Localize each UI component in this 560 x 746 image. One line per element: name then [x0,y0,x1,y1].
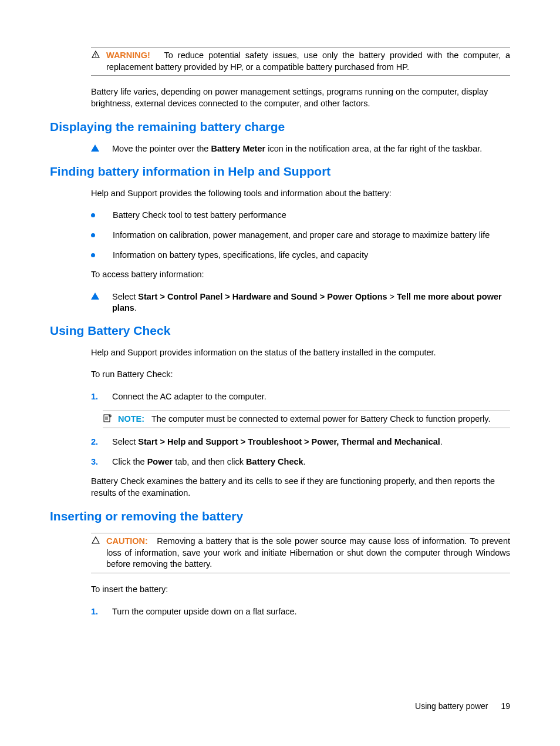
warning-icon [91,51,100,61]
caution-icon [91,536,100,546]
warning-callout: WARNING! To reduce potential safety issu… [91,47,510,76]
display-step-text: Move the pointer over the Battery Meter … [112,143,482,155]
heading-finding-info: Finding battery information in Help and … [50,164,510,179]
page-footer: Using battery power 19 [415,701,510,711]
caution-text: Removing a battery that is the sole powe… [106,536,510,569]
heading-using-check: Using Battery Check [50,324,510,338]
battery-check-steps: 1. Connect the AC adapter to the compute… [91,391,510,403]
step-1: 1. Connect the AC adapter to the compute… [91,391,510,403]
footer-section: Using battery power [415,701,488,711]
step-number: 3. [91,456,99,468]
step-triangle-icon [91,145,99,152]
heading-insert-remove: Inserting or removing the battery [50,509,510,523]
step-2: 2. Select Start > Help and Support > Tro… [91,436,510,448]
caution-label: CAUTION: [106,536,148,546]
note-callout: NOTE: The computer must be connected to … [103,411,510,428]
step-number: 2. [91,436,99,448]
bullet-icon [91,233,95,237]
insert-step-1: 1. Turn the computer upside down on a fl… [91,606,510,618]
note-text: The computer must be connected to extern… [151,414,491,424]
insert-steps: 1. Turn the computer upside down on a fl… [91,606,510,618]
using-intro: Help and Support provides information on… [91,347,510,359]
list-item: Information on battery types, specificat… [91,250,510,261]
page-number: 19 [501,701,510,711]
list-item: Information on calibration, power manage… [91,230,510,241]
bullet-icon [91,253,95,257]
step-triangle-icon [91,293,99,300]
finding-bullets: Battery Check tool to test battery perfo… [91,210,510,261]
battery-life-paragraph: Battery life varies, depending on power … [91,86,510,109]
step-number: 1. [91,606,99,618]
access-info: To access battery information: [91,269,510,281]
finding-intro: Help and Support provides the following … [91,188,510,200]
battery-check-steps-cont: 2. Select Start > Help and Support > Tro… [91,436,510,468]
display-step: Move the pointer over the Battery Meter … [91,143,510,155]
note-label: NOTE: [118,414,144,424]
warning-label: WARNING! [106,51,150,60]
note-icon [103,414,112,425]
heading-display-charge: Displaying the remaining battery charge [50,120,510,134]
using-result: Battery Check examines the battery and i… [91,476,510,499]
bullet-icon [91,213,95,217]
caution-content: CAUTION: Removing a battery that is the … [106,536,510,570]
insert-intro: To insert the battery: [91,584,510,596]
using-run: To run Battery Check: [91,369,510,381]
step-number: 1. [91,391,99,403]
list-item: Battery Check tool to test battery perfo… [91,210,510,221]
caution-callout: CAUTION: Removing a battery that is the … [91,533,510,573]
access-step: Select Start > Control Panel > Hardware … [91,291,510,314]
access-step-text: Select Start > Control Panel > Hardware … [112,291,510,314]
warning-content: WARNING! To reduce potential safety issu… [106,50,510,73]
note-content: NOTE: The computer must be connected to … [118,414,510,425]
step-3: 3. Click the Power tab, and then click B… [91,456,510,468]
svg-point-1 [95,56,96,56]
warning-text: To reduce potential safety issues, use o… [106,51,510,72]
